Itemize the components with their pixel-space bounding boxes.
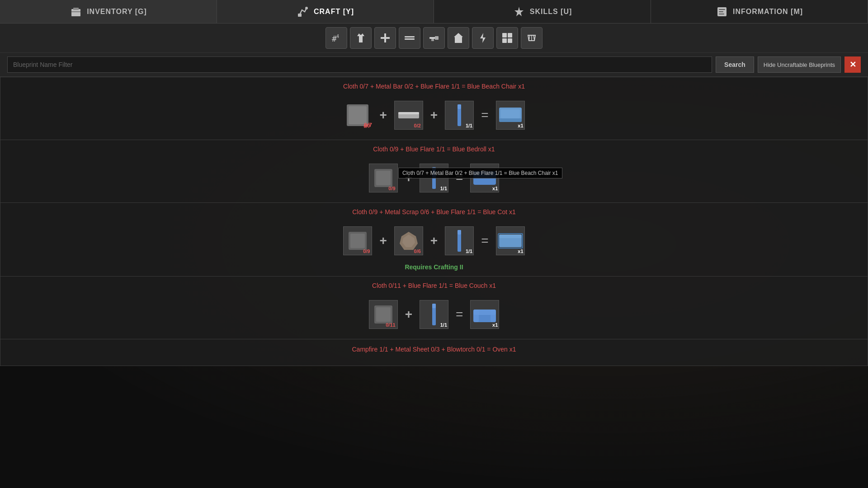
svg-rect-56	[432, 304, 436, 308]
skills-icon	[513, 5, 525, 18]
blueprint-blue-couch[interactable]: Cloth 0/11 + Blue Flare 1/1 = Blue Couch…	[0, 277, 868, 339]
equals-op-4: =	[456, 307, 463, 322]
svg-rect-54	[376, 307, 391, 322]
search-button[interactable]: Search	[716, 56, 754, 73]
ingredient-blue-flare-4: 1/1	[420, 300, 448, 329]
toolbar-weapons[interactable]	[423, 27, 445, 49]
nav-inventory[interactable]: Inventory [G]	[0, 0, 217, 23]
search-input[interactable]	[7, 56, 712, 73]
equals-op-1: =	[481, 108, 488, 122]
beach-chair-count: x1	[518, 123, 523, 128]
result-cot: x1	[496, 226, 525, 255]
plus-op-1: +	[379, 108, 387, 122]
nav-information[interactable]: Information [M]	[651, 0, 868, 23]
svg-rect-14	[405, 36, 415, 38]
blue-flare-count-1: 1/1	[466, 123, 472, 128]
blueprint-oven[interactable]: Campfire 1/1 + Metal Sheet 0/3 + Blowtor…	[0, 339, 868, 366]
svg-point-3	[305, 7, 308, 9]
svg-rect-15	[405, 38, 415, 40]
information-icon	[716, 5, 728, 18]
svg-rect-1	[73, 8, 79, 10]
blueprint-recipe-blue-cot: 0/9 + 0/6 + 1/1 =	[9, 222, 859, 260]
svg-rect-17	[435, 36, 439, 40]
svg-marker-5	[514, 7, 524, 16]
ingredient-cloth-4: 0/11	[369, 300, 398, 329]
plus-op-4: +	[379, 234, 387, 248]
svg-line-25	[529, 35, 530, 41]
toolbar-medical[interactable]	[374, 27, 396, 49]
bedroll-count: x1	[492, 186, 498, 191]
nav-information-label: Information [M]	[733, 8, 803, 16]
svg-rect-59	[473, 310, 479, 322]
blueprint-title-blue-beach-chair: Cloth 0/7 + Metal Bar 0/2 + Blue Flare 1…	[9, 83, 859, 90]
toolbar-tools[interactable]	[399, 27, 420, 49]
svg-rect-4	[298, 14, 302, 17]
toolbar-building[interactable]	[448, 27, 469, 49]
metal-bar-count: 0/2	[414, 123, 421, 128]
svg-rect-36	[499, 118, 522, 122]
metal-scrap-count: 0/6	[414, 249, 421, 254]
close-search-button[interactable]: ✕	[844, 56, 861, 73]
blue-flare-count-3: 1/1	[466, 249, 472, 254]
cloth-count-4: 0/11	[386, 322, 395, 328]
result-beach-chair: x1	[496, 101, 525, 130]
toolbar-all[interactable]: # 4	[326, 27, 347, 49]
blueprint-recipe-blue-couch: 0/11 + 1/1 = x1	[9, 296, 859, 333]
ingredient-cloth-3: 0/9	[343, 226, 372, 255]
equals-op-3: =	[481, 234, 488, 248]
cloth-count-2: 0/9	[388, 186, 395, 191]
svg-rect-21	[502, 33, 507, 38]
toolbar-electrical[interactable]	[472, 27, 494, 49]
ingredient-blue-flare-3: 1/1	[445, 226, 474, 255]
nav-craft-label: Craft [Y]	[314, 8, 354, 16]
svg-text:4: 4	[336, 34, 339, 39]
result-couch: x1	[470, 300, 499, 329]
svg-marker-20	[480, 33, 486, 43]
svg-rect-8	[719, 11, 723, 12]
blue-flare-count-4: 1/1	[440, 322, 447, 328]
ingredient-metal-bar: 0/2	[394, 101, 423, 130]
svg-rect-9	[719, 14, 724, 14]
search-bar: Search Hide Uncraftable Blueprints ✕	[0, 53, 868, 77]
svg-rect-0	[71, 9, 80, 16]
blue-flare-count-2: 1/1	[440, 186, 447, 191]
top-nav: Inventory [G] Craft [Y] Skills [U]	[0, 0, 868, 23]
toolbar-clothing[interactable]	[350, 27, 372, 49]
cloth-count-3: 0/9	[363, 249, 370, 254]
requires-crafting-label: Requires Crafting II	[9, 263, 859, 271]
couch-count: x1	[492, 322, 498, 328]
inventory-icon	[70, 5, 82, 18]
svg-rect-49	[458, 230, 461, 235]
ingredient-blue-flare-1: 1/1	[445, 101, 474, 130]
cot-count: x1	[518, 249, 523, 254]
craft-icon	[297, 5, 309, 18]
ingredient-cloth-2: 0/9	[369, 164, 398, 192]
ingredient-cloth: 0/7 0/7	[343, 101, 372, 130]
blueprint-blue-beach-chair[interactable]: Cloth 0/7 + Metal Bar 0/2 + Blue Flare 1…	[0, 77, 868, 140]
svg-rect-32	[398, 112, 419, 114]
svg-marker-19	[454, 33, 463, 43]
blueprint-title-oven: Campfire 1/1 + Metal Sheet 0/3 + Blowtor…	[9, 346, 859, 353]
svg-rect-34	[458, 104, 461, 109]
ingredient-metal-scrap: 0/6	[394, 226, 423, 255]
nav-skills[interactable]: Skills [U]	[434, 0, 651, 23]
toolbar-workbench[interactable]	[521, 27, 542, 49]
svg-rect-18	[431, 39, 434, 41]
blueprint-blue-cot[interactable]: Cloth 0/9 + Metal Scrap 0/6 + Blue Flare…	[0, 203, 868, 277]
svg-rect-13	[381, 37, 390, 39]
cloth-count: 0/7	[363, 123, 370, 129]
category-toolbar: # 4	[0, 23, 868, 53]
blueprint-recipe-blue-beach-chair: 0/7 0/7 + 0/2 + 1/1	[9, 96, 859, 134]
plus-op-6: +	[405, 307, 412, 322]
svg-rect-39	[376, 171, 391, 185]
svg-rect-37	[501, 109, 520, 118]
plus-op-5: +	[430, 234, 438, 248]
blueprint-title-blue-bedroll: Cloth 0/9 + Blue Flare 1/1 = Blue Bedrol…	[9, 145, 859, 153]
svg-rect-22	[508, 33, 512, 38]
toolbar-misc[interactable]	[496, 27, 518, 49]
svg-rect-51	[499, 235, 522, 238]
hide-uncraftable-button[interactable]: Hide Uncraftable Blueprints	[758, 56, 841, 73]
nav-inventory-label: Inventory [G]	[87, 8, 147, 16]
svg-rect-24	[508, 38, 512, 43]
nav-craft[interactable]: Craft [Y]	[217, 0, 434, 23]
